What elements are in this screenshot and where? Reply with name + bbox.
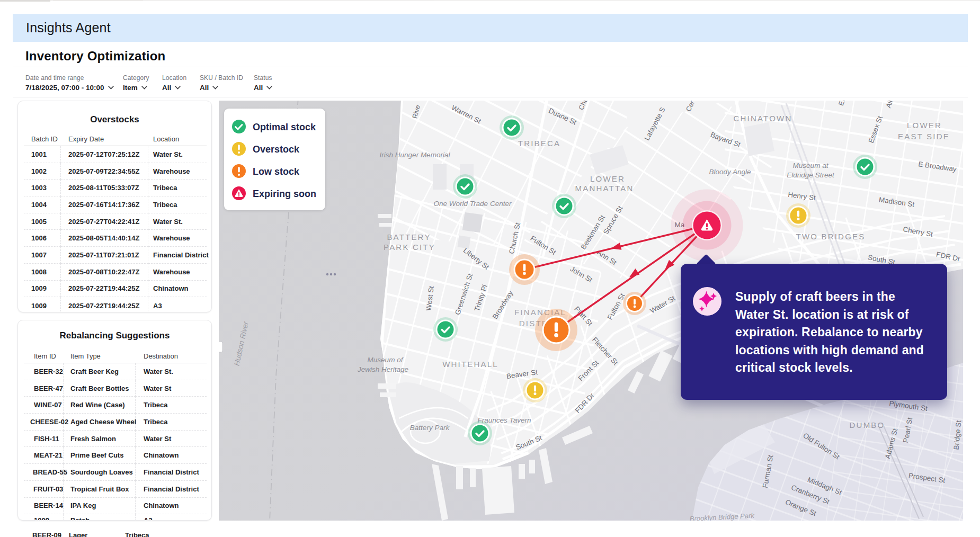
svg-text:Overstock: Overstock: [253, 144, 300, 155]
svg-text:One World Trade Center: One World Trade Center: [434, 200, 512, 208]
svg-text:MANHATTAN: MANHATTAN: [575, 184, 634, 193]
svg-text:Expiring soon: Expiring soon: [253, 189, 316, 199]
svg-text:EAST SIDE: EAST SIDE: [898, 132, 950, 141]
svg-text:BATTERY: BATTERY: [387, 232, 431, 241]
svg-text:TRIBECA: TRIBECA: [518, 139, 560, 148]
svg-text:Battery Park: Battery Park: [410, 424, 450, 432]
svg-text:Museum of: Museum of: [368, 356, 404, 364]
svg-text:Jewish Heritage: Jewish Heritage: [357, 365, 408, 373]
svg-text:TWO BRIDGES: TWO BRIDGES: [796, 232, 866, 241]
svg-text:WHITEHALL: WHITEHALL: [442, 360, 498, 369]
svg-text:LOWER: LOWER: [907, 121, 942, 130]
svg-text:Eldridge Street: Eldridge Street: [787, 171, 835, 179]
svg-text:Irish Hunger Memorial: Irish Hunger Memorial: [380, 151, 451, 159]
svg-text:Bloody Angle: Bloody Angle: [709, 168, 751, 176]
svg-text:LOWER: LOWER: [590, 174, 625, 183]
svg-text:Museum at: Museum at: [793, 162, 829, 169]
svg-text:Optimal stock: Optimal stock: [253, 122, 316, 132]
svg-text:Low stock: Low stock: [253, 166, 300, 177]
svg-text:CHINATOWN: CHINATOWN: [734, 114, 792, 123]
svg-text:PARK CITY: PARK CITY: [384, 243, 435, 252]
svg-text:DUMBO: DUMBO: [850, 420, 885, 429]
